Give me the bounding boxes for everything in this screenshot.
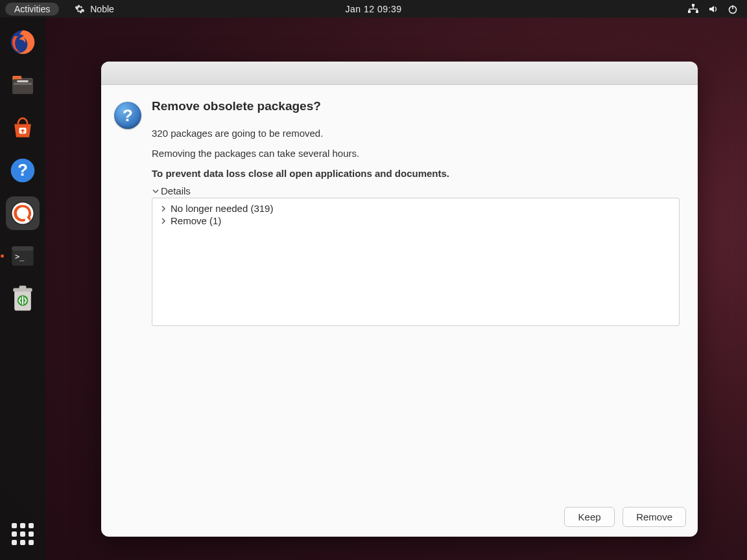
keep-button[interactable]: Keep (564, 507, 615, 527)
dialog-titlebar[interactable] (101, 62, 698, 85)
dock-updater[interactable] (6, 196, 40, 230)
details-treeview[interactable]: No longer needed (319) Remove (1) (152, 198, 680, 326)
activities-button[interactable]: Activities (5, 3, 59, 16)
dialog-window: ? Remove obsolete packages? 320 packages… (101, 62, 698, 537)
clock[interactable]: Jan 12 09:39 (346, 4, 402, 14)
svg-rect-9 (14, 83, 32, 86)
details-label: Details (161, 185, 191, 196)
show-applications[interactable] (10, 521, 36, 547)
dialog-message-2: Removing the packages can take several h… (152, 148, 680, 159)
power-icon[interactable] (728, 4, 738, 14)
svg-rect-17 (12, 246, 33, 251)
dock-software[interactable] (6, 111, 40, 145)
app-menu-label: Noble (90, 4, 114, 14)
dialog-buttons: Keep Remove (101, 496, 698, 537)
remove-button[interactable]: Remove (622, 507, 686, 527)
network-icon[interactable] (687, 4, 699, 14)
svg-rect-21 (19, 286, 27, 289)
tree-label: No longer needed (319) (171, 203, 273, 214)
dialog-title: Remove obsolete packages? (152, 99, 680, 113)
chevron-right-icon (160, 218, 167, 224)
dock-firefox[interactable] (6, 25, 40, 59)
dock: ? >_ (0, 18, 45, 560)
tree-label: Remove (1) (171, 215, 221, 226)
svg-rect-2 (696, 10, 698, 13)
svg-text:?: ? (18, 161, 28, 179)
running-indicator (1, 255, 4, 258)
svg-text:>_: >_ (15, 252, 25, 261)
volume-icon[interactable] (708, 4, 718, 14)
dock-files[interactable] (6, 68, 40, 102)
top-bar: Activities Noble Jan 12 09:39 (0, 0, 747, 18)
dialog-message-warning: To prevent data loss close all open appl… (152, 168, 680, 179)
details-expander[interactable]: Details (152, 185, 680, 196)
dock-trash[interactable] (6, 282, 40, 316)
tree-row-remove[interactable]: Remove (1) (155, 215, 676, 227)
system-tray[interactable] (687, 4, 738, 14)
chevron-right-icon (160, 205, 167, 212)
svg-rect-0 (692, 4, 694, 6)
dock-terminal[interactable]: >_ (6, 239, 40, 273)
app-menu[interactable]: Noble (75, 4, 114, 14)
question-icon: ? (114, 102, 141, 129)
svg-rect-1 (688, 10, 691, 13)
gear-icon (75, 4, 85, 14)
dialog-message-1: 320 packages are going to be removed. (152, 128, 680, 139)
svg-rect-10 (17, 80, 29, 82)
tree-row-no-longer-needed[interactable]: No longer needed (319) (155, 202, 676, 215)
dock-help[interactable]: ? (6, 154, 40, 187)
chevron-down-icon (152, 187, 160, 195)
